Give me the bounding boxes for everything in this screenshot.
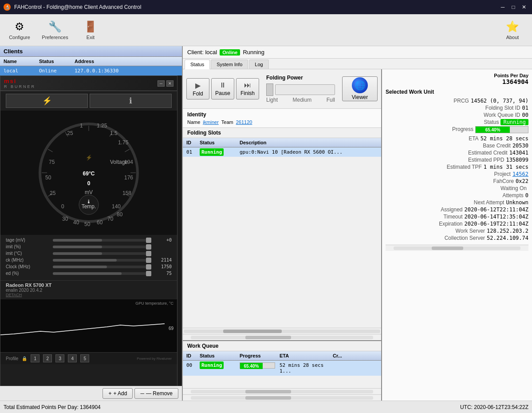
svg-text:140: 140 — [112, 203, 121, 210]
value-expiration: 2020-06-19T22:11:04Z — [465, 221, 529, 227]
power-slider-thumb[interactable] — [266, 83, 273, 96]
msi-slider-memclock: Clock (MHz) 1750 — [6, 264, 172, 269]
msi-slider-templimit-track[interactable] — [53, 252, 151, 255]
slot-row[interactable]: 01 Running gpu:0:Navi 10 [Radeon RX 5600… — [183, 147, 381, 157]
msi-slider-powerlimit-track[interactable] — [53, 246, 151, 248]
wq-scrollbar[interactable] — [183, 388, 381, 394]
msi-gauge-svg: ⚡ 75 50 25 0 194 176 158 140 .25 1 1.25 — [35, 119, 142, 226]
wq-row[interactable]: 00 Running 65.40% 52 mins 28 secs 1... — [183, 361, 381, 376]
value-folding-slot-id: 01 — [522, 105, 528, 111]
label-estimated-tpf: Estimated TPF — [429, 164, 482, 170]
svg-text:176: 176 — [124, 175, 133, 181]
msi-slider-fanspeed-label: ed (%) — [6, 271, 50, 276]
statusbar-right: UTC: 2020-06-12T23:54:22Z — [460, 404, 528, 410]
label-attempts: Attempts — [470, 192, 524, 199]
tab-status[interactable]: Status — [185, 60, 210, 69]
value-project[interactable]: 14562 — [512, 171, 528, 177]
fold-controls: ▶ Fold ⏸ Pause ⏭ Finish — [186, 78, 259, 99]
details-scrollbar[interactable] — [386, 245, 528, 251]
msi-profile-4[interactable]: 4 — [68, 354, 77, 362]
window-title: FAHControl - Folding@home Client Advance… — [14, 4, 498, 10]
detail-status: Status Running — [386, 119, 528, 125]
value-prcg: 14562 (0, 737, 94) — [471, 98, 528, 104]
bottom-scrollbar[interactable] — [183, 394, 381, 401]
client-row[interactable]: local Online 127.0.0.1:36330 — [0, 66, 182, 75]
pause-icon: ⏸ — [219, 81, 226, 89]
label-base-credit: Base Credit — [457, 143, 511, 149]
msi-gauge-area: ⚡ 75 50 25 0 194 176 158 140 .25 1 1.25 — [0, 111, 177, 235]
folding-slots-section: Folding Slots ID Status Description 01 R… — [183, 128, 381, 341]
msi-profile-5[interactable]: 5 — [80, 354, 89, 362]
detail-waiting-on: Waiting On — [386, 185, 528, 191]
msi-burner-label: R BURNER — [4, 84, 35, 89]
msi-profile-3[interactable]: 3 — [55, 354, 64, 362]
label-estimated-ppd: Estimated PPD — [451, 157, 504, 163]
wq-col-progress: Progress — [238, 352, 278, 359]
slots-col-status: Status — [198, 139, 238, 146]
detail-assigned: Assigned 2020-06-12T22:11:04Z — [386, 206, 528, 213]
value-status: Running — [500, 119, 528, 125]
slots-scrollbar[interactable] — [183, 328, 381, 334]
msi-slider-coreclock-track[interactable] — [53, 259, 151, 262]
fold-button[interactable]: ▶ Fold — [186, 78, 209, 99]
wq-status: Running — [198, 361, 238, 375]
remove-button[interactable]: ─ — Remove — [134, 388, 178, 399]
power-label-light: Light — [266, 97, 278, 103]
preferences-label: Preferences — [42, 35, 68, 40]
points-per-day: Points Per Day 1364904 — [386, 73, 528, 85]
clients-table-header: Name Status Address — [0, 57, 182, 66]
maximize-button[interactable]: □ — [509, 3, 518, 12]
msi-slider-fanspeed-track[interactable] — [53, 272, 151, 275]
msi-profile-2[interactable]: 2 — [43, 354, 52, 362]
detail-estimated-tpf: Estimated TPF 1 mins 31 secs — [386, 164, 528, 170]
finish-button[interactable]: ⏭ Finish — [236, 78, 259, 99]
exit-icon: 🚪 — [84, 20, 97, 33]
slots-table-header: ID Status Description — [183, 138, 381, 147]
running-label: Running — [243, 49, 264, 56]
slot-running-badge: Running — [200, 148, 224, 156]
msi-minimize[interactable]: ─ — [158, 80, 165, 87]
msi-slider-voltage-track[interactable] — [53, 239, 151, 242]
tab-system-info[interactable]: System Info — [211, 60, 248, 69]
close-button[interactable]: ✕ — [520, 3, 528, 12]
value-estimated-tpf: 1 mins 31 secs — [484, 164, 528, 170]
label-work-server: Work Server — [432, 228, 485, 234]
msi-slider-coreclock: ck (MHz) 2114 — [6, 258, 172, 262]
wq-table-header: ID Status Progress ETA Cr... — [183, 351, 381, 361]
exit-button[interactable]: 🚪 Exit — [73, 16, 108, 44]
msi-power-btn[interactable]: ⚡ — [6, 94, 88, 108]
client-name: local — [2, 67, 37, 75]
minimize-button[interactable]: ─ — [498, 3, 507, 12]
details-panel: Points Per Day 1364904 Selected Work Uni… — [381, 69, 532, 401]
msi-profile-1[interactable]: 1 — [31, 354, 39, 362]
wq-progress-bar-bg: 65.40% — [240, 362, 275, 369]
folding-power-section: ▶ Fold ⏸ Pause ⏭ Finish Folding — [183, 69, 381, 109]
svg-text:1.75: 1.75 — [118, 139, 129, 146]
viewer-button[interactable]: 🌐 Viewer — [342, 76, 378, 101]
slots-scrollbar-h[interactable] — [183, 334, 381, 340]
msi-detach-link[interactable]: DETACH — [6, 293, 172, 297]
msi-slider-memclock-track[interactable] — [53, 266, 151, 268]
tab-log[interactable]: Log — [249, 60, 268, 69]
identity-name-value[interactable]: jkminer — [203, 119, 218, 125]
label-timeout: Timeout — [410, 214, 463, 220]
about-button[interactable]: ⭐ About — [495, 16, 530, 44]
svg-text:69°C: 69°C — [83, 171, 95, 177]
msi-close[interactable]: ✕ — [166, 80, 173, 87]
msi-slider-fanspeed-value: 75 — [154, 271, 172, 276]
add-button[interactable]: + + Add — [102, 388, 133, 399]
identity-team-value[interactable]: 261120 — [236, 119, 252, 125]
configure-icon: ⚙ — [15, 20, 24, 33]
power-slider[interactable] — [275, 84, 335, 95]
msi-info-btn[interactable]: ℹ — [90, 94, 172, 108]
label-waiting-on: Waiting On — [473, 185, 527, 191]
preferences-button[interactable]: 🔧 Preferences — [37, 16, 73, 44]
label-folding-slot-id: Folding Slot ID — [467, 105, 520, 111]
configure-button[interactable]: ⚙ Configure — [2, 16, 37, 44]
detail-collection-server: Collection Server 52.224.109.74 — [386, 235, 528, 241]
pause-button[interactable]: ⏸ Pause — [211, 78, 234, 99]
msi-slider-voltage-value: +0 — [154, 238, 172, 242]
msi-chart-value: 69 — [169, 326, 173, 331]
wq-progress: 65.40% — [238, 361, 278, 375]
detail-folding-slot-id: Folding Slot ID 01 — [386, 105, 528, 111]
